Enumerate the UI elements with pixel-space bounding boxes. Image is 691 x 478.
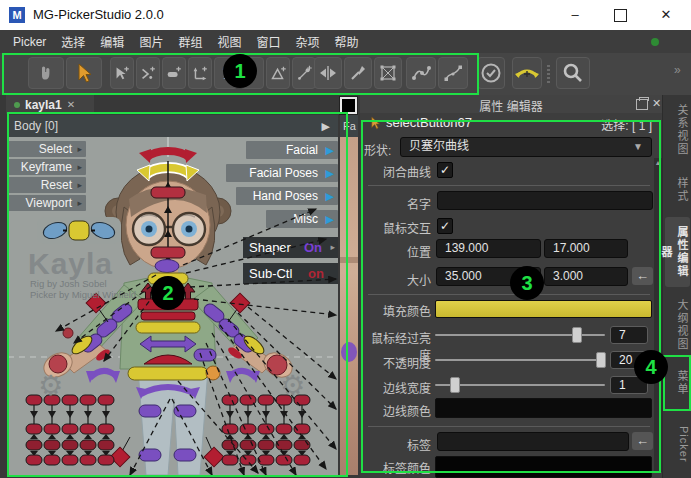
add-triangle-button[interactable] [266,57,290,89]
border-width-value[interactable]: 1 [610,376,648,394]
toolbar-separator [547,63,550,85]
tag-color-swatch[interactable] [435,456,652,478]
scrollbar[interactable] [654,158,662,472]
credit-picker: Picker by Miguel Winfield [30,289,136,300]
add-transform-button[interactable] [188,57,212,89]
hand-poses-button[interactable]: Hand Poses▶ [236,187,338,205]
menu-misc[interactable]: 杂项 [295,33,319,50]
panel-close-icon[interactable]: ✕ [652,97,661,110]
attribute-editor-header[interactable]: 属性 编辑器 ✕ [360,95,662,113]
size-height-input[interactable]: 3.000 [544,267,628,286]
fill-color-label: 填充颜色 [360,302,431,319]
tab-outline-view[interactable]: 大纲视图 [665,295,690,355]
close-button[interactable]: ✕ [649,0,683,30]
misc-button[interactable]: Misc▶ [266,210,338,228]
bounding-edit-button[interactable] [374,57,402,89]
add-select-button[interactable] [110,57,134,89]
tab-relation-view[interactable]: 关系视图 [665,100,690,160]
bounding-box-icon [377,62,399,84]
position-y-input[interactable]: 17.000 [544,239,628,258]
picker-canvas[interactable]: Select▸ Keyframe▸ Reset▸ Viewport▸ Facia… [8,137,338,475]
toolbar-overflow[interactable]: » [674,63,681,77]
second-page-header[interactable]: Fa [340,115,358,137]
shape-dropdown[interactable]: 贝塞尔曲线 ▼ [400,137,652,157]
tab-style[interactable]: 样式 [665,175,690,205]
play-icon: ▶ [326,164,334,182]
subctl-toggle[interactable]: Sub-Ctl on [243,263,338,284]
size-width-input[interactable]: 35.000 [436,267,541,286]
select-cursor-button[interactable] [66,57,102,89]
page-header[interactable]: Body [0] ▶ [8,115,338,137]
tag-revert-button[interactable]: ← [632,432,653,450]
scroll-up-arrow[interactable]: ▲ [654,158,662,168]
position-x-input[interactable]: 139.000 [436,239,541,258]
mouse-interact-checkbox[interactable]: ✓ [437,218,453,234]
search-button[interactable] [556,57,590,89]
add-command-button[interactable] [136,57,160,89]
caret-icon: ▸ [77,195,82,211]
select-menu-button[interactable]: Select▸ [8,141,86,157]
curve-points-icon [410,62,432,84]
mirror-button[interactable] [314,57,342,89]
facial-poses-button[interactable]: Facial Poses▶ [226,164,338,182]
hand-tool-button[interactable] [28,57,64,89]
hover-brightness-handle[interactable] [572,327,582,343]
add-line-button[interactable] [292,57,316,89]
border-width-handle[interactable] [450,377,460,393]
shape-label: 形状: [364,141,398,158]
add-slider-button[interactable] [162,57,186,89]
maximize-button[interactable] [603,0,637,30]
opacity-slider[interactable] [435,359,605,361]
gear-icon[interactable]: ⚙ [38,369,63,402]
play-icon: ▶ [326,187,334,205]
display-mode-icon[interactable] [340,97,357,114]
opacity-value[interactable]: 20 [610,351,648,369]
edit-bezier-button[interactable] [438,57,468,89]
minimize-button[interactable]: – [558,0,592,30]
border-color-swatch[interactable] [435,398,652,418]
tab-close-icon[interactable]: ✕ [67,99,75,110]
edit-curve-button[interactable] [406,57,436,89]
size-revert-button[interactable]: ← [632,267,653,285]
menu-select[interactable]: 选择 [61,33,85,50]
size-label: 大小 [360,271,431,288]
opacity-handle[interactable] [596,352,606,368]
closed-curve-checkbox[interactable]: ✓ [437,162,453,178]
color-picker-button[interactable] [344,57,372,89]
fill-color-swatch[interactable] [435,300,652,318]
shaper-toggle[interactable]: Shaper On ▸ [243,237,338,258]
menu-group[interactable]: 群组 [178,33,202,50]
second-page-strip[interactable] [340,137,358,475]
menu-edit[interactable]: 编辑 [100,33,124,50]
tab-menu[interactable]: 菜单 [665,367,690,399]
tab-attribute-editor[interactable]: 属性编辑器 [665,217,690,287]
page-expand-icon[interactable]: ▶ [322,115,330,137]
menu-window[interactable]: 窗口 [256,33,280,50]
menu-help[interactable]: 帮助 [334,33,358,50]
picker-tab-kayla1[interactable]: kayla1 ✕ [6,95,94,114]
add-text-button[interactable]: T [214,57,238,89]
divider [368,426,650,427]
line-dot-plus-icon [294,63,314,83]
apply-check-button[interactable] [477,57,505,89]
tab-picker[interactable]: Picker [665,421,690,467]
facial-button[interactable]: Facial▶ [246,141,338,159]
tag-input[interactable] [437,432,629,451]
gear-icon[interactable]: ⚙ [280,369,305,402]
name-input[interactable] [437,191,653,210]
dock-icon[interactable] [636,99,648,110]
add-shape-button[interactable] [240,57,264,89]
position-label: 位置 [360,243,431,260]
hover-brightness-value[interactable]: 7 [610,326,648,344]
keyframe-menu-button[interactable]: Keyframe▸ [8,159,86,175]
menu-picker[interactable]: Picker [13,35,46,49]
eye-control-widget[interactable] [37,217,121,244]
menu-view[interactable]: 视图 [217,33,241,50]
reset-menu-button[interactable]: Reset▸ [8,177,86,193]
chevron-down-icon: ▼ [633,138,643,155]
border-width-slider[interactable] [435,384,605,386]
caret-icon: ▸ [77,177,82,193]
viewport-menu-button[interactable]: Viewport▸ [8,195,86,211]
mirror-flip-button[interactable] [512,57,542,89]
menu-image[interactable]: 图片 [139,33,163,50]
